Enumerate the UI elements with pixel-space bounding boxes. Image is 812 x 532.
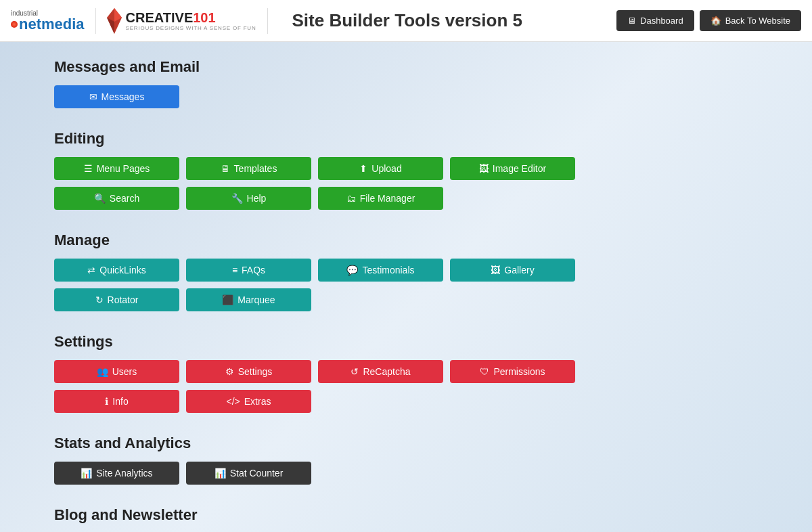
marquee-label: Marquee: [238, 294, 275, 305]
users-icon: 👥: [97, 366, 108, 377]
help-icon: 🔧: [231, 193, 243, 204]
quicklinks-label: QuickLinks: [99, 265, 145, 275]
main-content: Messages and Email✉MessagesEditing☰Menu …: [0, 42, 812, 532]
search-label: Search: [110, 193, 139, 204]
header: industrial netmedia CREATIVE101 SERIOUS …: [0, 0, 812, 42]
settings-icon: ⚙: [225, 366, 234, 377]
button-users[interactable]: 👥Users: [54, 360, 179, 383]
button-rotator[interactable]: ↻Rotator: [54, 288, 179, 311]
extras-label: Extras: [244, 396, 271, 407]
messages-icon: ✉: [89, 91, 97, 102]
image-editor-label: Image Editor: [493, 163, 546, 174]
recaptcha-icon: ↺: [351, 366, 359, 377]
rotator-label: Rotator: [108, 294, 139, 305]
section-stats-analytics: Stats and Analytics📊Site Analytics📊Stat …: [54, 435, 758, 485]
button-image-editor[interactable]: 🖼Image Editor: [450, 157, 575, 180]
extras-icon: </>: [227, 396, 240, 407]
button-upload[interactable]: ⬆Upload: [318, 157, 443, 180]
info-label: Info: [112, 396, 128, 407]
section-title-editing: Editing: [54, 130, 758, 148]
creative-tagline: SERIOUS DESIGNS WITH A SENSE OF FUN: [126, 25, 256, 31]
page-title: Site Builder Tools version 5: [281, 10, 617, 31]
button-settings[interactable]: ⚙Settings: [186, 360, 311, 383]
logo-dot: [11, 21, 18, 28]
btn-row-stats-analytics-0: 📊Site Analytics📊Stat Counter: [54, 462, 758, 485]
btn-row-editing-1: 🔍Search🔧Help🗂File Manager: [54, 187, 758, 210]
btn-row-editing-0: ☰Menu Pages🖥Templates⬆Upload🖼Image Edito…: [54, 157, 758, 180]
section-title-blog-newsletter: Blog and Newsletter: [54, 506, 758, 524]
permissions-icon: 🛡: [480, 366, 489, 377]
faqs-icon: ≡: [232, 265, 238, 275]
menu-pages-icon: ☰: [84, 163, 93, 174]
creative-text: CREATIVE101: [126, 10, 256, 25]
btn-row-manage-0: ⇄QuickLinks≡FAQs💬Testimonials🖼Gallery: [54, 259, 758, 282]
marquee-icon: ⬛: [222, 294, 233, 305]
home-icon: 🏠: [710, 16, 721, 26]
creative101-logo: CREATIVE101 SERIOUS DESIGNS WITH A SENSE…: [95, 8, 268, 34]
faqs-label: FAQs: [242, 265, 265, 275]
section-title-stats-analytics: Stats and Analytics: [54, 435, 758, 452]
menu-pages-label: Menu Pages: [97, 163, 150, 174]
upload-icon: ⬆: [359, 163, 367, 174]
search-icon: 🔍: [94, 193, 106, 204]
button-file-manager[interactable]: 🗂File Manager: [318, 187, 443, 210]
btn-row-settings-0: 👥Users⚙Settings↺ReCaptcha🛡Permissions: [54, 360, 758, 383]
quicklinks-icon: ⇄: [87, 265, 95, 275]
section-editing: Editing☰Menu Pages🖥Templates⬆Upload🖼Imag…: [54, 130, 758, 210]
button-faqs[interactable]: ≡FAQs: [186, 259, 311, 282]
testimonials-icon: 💬: [346, 265, 358, 275]
users-label: Users: [112, 366, 137, 377]
settings-label: Settings: [238, 366, 273, 377]
back-to-website-button[interactable]: 🏠 Back To Website: [700, 10, 801, 31]
templates-label: Templates: [234, 163, 277, 174]
net-text: net: [19, 17, 41, 32]
button-site-analytics[interactable]: 📊Site Analytics: [54, 462, 179, 485]
button-recaptcha[interactable]: ↺ReCaptcha: [318, 360, 443, 383]
section-messages-email: Messages and Email✉Messages: [54, 58, 758, 108]
btn-row-settings-1: ℹInfo</>Extras: [54, 390, 758, 413]
gallery-label: Gallery: [504, 265, 534, 275]
section-blog-newsletter: Blog and Newsletter✏Edit Blog👤Staff🏷Cate…: [54, 506, 758, 532]
button-extras[interactable]: </>Extras: [186, 390, 311, 413]
button-help[interactable]: 🔧Help: [186, 187, 311, 210]
templates-icon: 🖥: [221, 163, 230, 174]
help-label: Help: [247, 193, 267, 204]
section-manage: Manage⇄QuickLinks≡FAQs💬Testimonials🖼Gall…: [54, 231, 758, 311]
stat-counter-icon: 📊: [215, 468, 226, 479]
button-quicklinks[interactable]: ⇄QuickLinks: [54, 259, 179, 282]
inm-logo: industrial netmedia: [11, 9, 85, 32]
section-title-settings: Settings: [54, 333, 758, 351]
button-messages[interactable]: ✉Messages: [54, 85, 179, 108]
dashboard-button[interactable]: 🖥 Dashboard: [616, 10, 694, 31]
file-manager-label: File Manager: [360, 193, 415, 204]
testimonials-label: Testimonials: [362, 265, 414, 275]
button-testimonials[interactable]: 💬Testimonials: [318, 259, 443, 282]
section-title-manage: Manage: [54, 231, 758, 249]
media-text: media: [41, 17, 85, 32]
section-settings: Settings👥Users⚙Settings↺ReCaptcha🛡Permis…: [54, 333, 758, 413]
dashboard-label: Dashboard: [640, 16, 683, 26]
section-title-messages-email: Messages and Email: [54, 58, 758, 76]
stat-counter-label: Stat Counter: [230, 468, 284, 479]
upload-label: Upload: [371, 163, 401, 174]
button-marquee[interactable]: ⬛Marquee: [186, 288, 311, 311]
permissions-label: Permissions: [493, 366, 545, 377]
button-gallery[interactable]: 🖼Gallery: [450, 259, 575, 282]
button-permissions[interactable]: 🛡Permissions: [450, 360, 575, 383]
image-editor-icon: 🖼: [479, 163, 489, 174]
site-analytics-label: Site Analytics: [96, 468, 152, 479]
back-label: Back To Website: [725, 16, 790, 26]
messages-label: Messages: [102, 91, 145, 102]
button-templates[interactable]: 🖥Templates: [186, 157, 311, 180]
button-menu-pages[interactable]: ☰Menu Pages: [54, 157, 179, 180]
file-manager-icon: 🗂: [346, 193, 356, 204]
site-analytics-icon: 📊: [81, 468, 92, 479]
button-search[interactable]: 🔍Search: [54, 187, 179, 210]
btn-row-manage-1: ↻Rotator⬛Marquee: [54, 288, 758, 311]
creative-num: 101: [193, 10, 215, 25]
button-info[interactable]: ℹInfo: [54, 390, 179, 413]
header-buttons: 🖥 Dashboard 🏠 Back To Website: [616, 10, 801, 31]
gallery-icon: 🖼: [491, 265, 500, 275]
recaptcha-label: ReCaptcha: [363, 366, 410, 377]
button-stat-counter[interactable]: 📊Stat Counter: [186, 462, 311, 485]
